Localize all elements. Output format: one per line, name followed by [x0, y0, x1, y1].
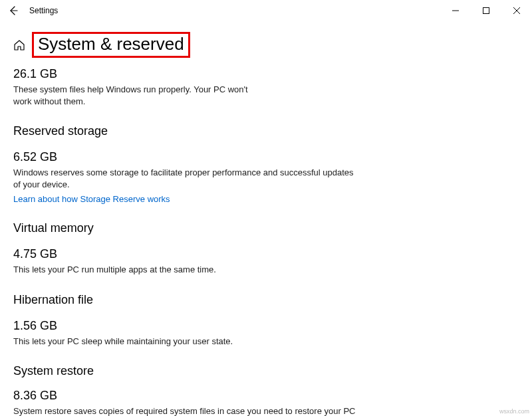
system-files-size: 26.1 GB — [13, 67, 519, 81]
svg-rect-2 — [483, 8, 489, 14]
back-arrow-icon — [8, 5, 19, 16]
page-title-highlight: System & reserved — [32, 32, 190, 58]
minimize-button[interactable] — [440, 0, 471, 21]
virtual-memory-desc: This lets your PC run multiple apps at t… — [13, 264, 359, 276]
hibernation-heading: Hibernation file — [13, 293, 519, 307]
reserved-storage-heading: Reserved storage — [13, 124, 519, 138]
back-button[interactable] — [5, 3, 21, 19]
system-restore-heading: System restore — [13, 364, 519, 378]
reserved-storage-desc: Windows reserves some storage to facilit… — [13, 167, 359, 190]
page-title: System & reserved — [38, 34, 184, 54]
minimize-icon — [452, 7, 459, 14]
hibernation-desc: This lets your PC sleep while maintainin… — [13, 336, 359, 348]
maximize-icon — [483, 7, 489, 14]
maximize-button[interactable] — [471, 0, 501, 21]
system-files-desc: These system files help Windows run prop… — [13, 84, 253, 107]
storage-reserve-link[interactable]: Learn about how Storage Reserve works — [13, 194, 519, 204]
watermark: wsxdn.com — [499, 408, 529, 415]
system-restore-size: 8.36 GB — [13, 389, 519, 403]
virtual-memory-heading: Virtual memory — [13, 221, 519, 235]
close-button[interactable] — [501, 0, 532, 21]
home-icon[interactable] — [13, 39, 25, 51]
system-restore-desc: System restore saves copies of required … — [13, 405, 359, 416]
hibernation-size: 1.56 GB — [13, 319, 519, 333]
close-icon — [513, 7, 520, 14]
window-title: Settings — [29, 6, 58, 15]
virtual-memory-size: 4.75 GB — [13, 247, 519, 261]
reserved-storage-size: 6.52 GB — [13, 150, 519, 164]
